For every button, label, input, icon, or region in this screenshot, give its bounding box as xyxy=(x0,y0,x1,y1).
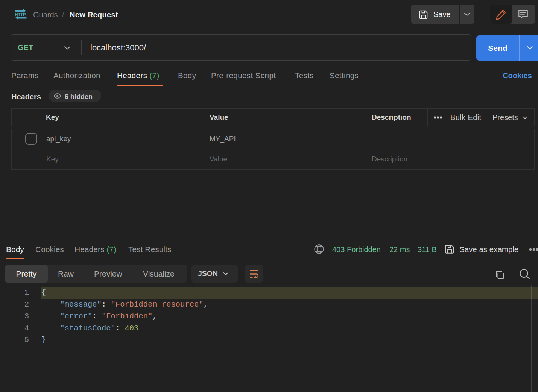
svg-text:HTTP: HTTP xyxy=(15,12,26,17)
